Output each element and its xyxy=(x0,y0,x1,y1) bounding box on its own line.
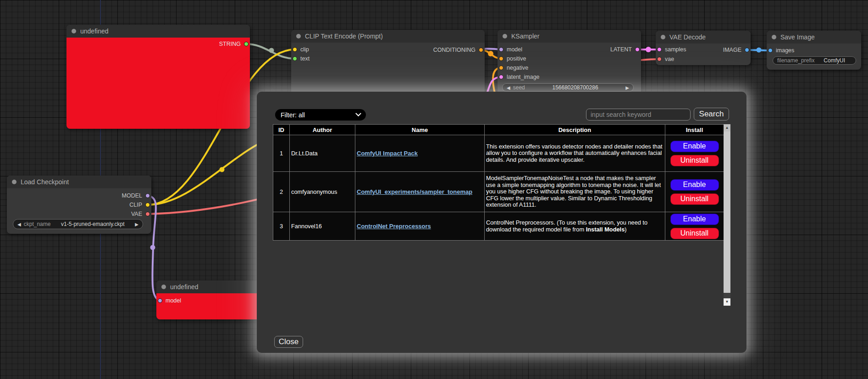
node-title-text: CLIP Text Encode (Prompt) xyxy=(305,33,383,40)
scroll-down-arrow-icon[interactable]: ▼ xyxy=(724,298,730,306)
image-output-port[interactable] xyxy=(745,48,749,52)
extension-link[interactable]: ControlNet Preprocessors xyxy=(357,223,431,230)
node-title-bar[interactable]: undefined xyxy=(66,25,250,38)
output-slot-model: MODEL xyxy=(122,191,150,200)
output-slot-latent: LATENT xyxy=(610,45,640,54)
extension-table-container: ID Author Name Description Install 1 Dr.… xyxy=(273,124,730,306)
node-title-bar[interactable]: KSampler xyxy=(498,30,641,43)
widget-value: v1-5-pruned-emaonly.ckpt xyxy=(53,221,132,227)
decrement-arrow-icon[interactable]: ◀ xyxy=(507,85,510,90)
positive-input-port[interactable] xyxy=(499,56,503,61)
clip-input-port[interactable] xyxy=(293,47,297,52)
widget-label: ckpt_name xyxy=(24,221,51,227)
scroll-up-arrow-icon[interactable]: ▲ xyxy=(724,124,730,132)
node-title-bar[interactable]: Save Image xyxy=(767,31,861,44)
uninstall-button[interactable]: Uninstall xyxy=(670,228,719,239)
header-id: ID xyxy=(273,125,290,135)
chevron-down-icon xyxy=(355,110,361,116)
node-save-image[interactable]: Save Image images filename_prefix ComfyU… xyxy=(767,31,861,70)
seed-widget[interactable]: ◀ seed 156680208700286 ▶ xyxy=(502,83,634,92)
model-output-port[interactable] xyxy=(145,193,150,198)
filter-select[interactable]: Filter: all xyxy=(275,109,366,121)
latent-image-input-port[interactable] xyxy=(499,75,503,79)
table-row: 1 Dr.Lt.Data ComfyUI Impact Pack This ex… xyxy=(273,135,724,172)
node-collapse-dot-icon[interactable] xyxy=(161,285,166,289)
cell-description: This extension offers various detector n… xyxy=(485,135,665,172)
negative-input-port[interactable] xyxy=(499,66,503,70)
extension-link[interactable]: ComfyUI Impact Pack xyxy=(357,150,418,157)
cell-description: ModelSamplerTonemapNoiseTest a node that… xyxy=(485,172,665,212)
node-title-bar[interactable]: CLIP Text Encode (Prompt) xyxy=(291,30,485,43)
link-midpoint-dot[interactable] xyxy=(488,51,493,56)
search-input[interactable] xyxy=(586,109,691,121)
node-title-text: undefined xyxy=(170,283,199,291)
node-collapse-dot-icon[interactable] xyxy=(296,34,301,38)
node-load-checkpoint[interactable]: Load Checkpoint MODEL CLIP VAE ◀ ckpt_na… xyxy=(7,176,151,234)
filename-prefix-widget[interactable]: filename_prefix ComfyUI xyxy=(773,56,856,65)
extension-link[interactable]: ComfyUI_experiments/sampler_tonemap xyxy=(357,188,472,195)
extension-table: ID Author Name Description Install 1 Dr.… xyxy=(273,124,724,241)
uninstall-button[interactable]: Uninstall xyxy=(670,193,719,205)
node-title-text: Load Checkpoint xyxy=(21,178,69,186)
text-input-port[interactable] xyxy=(293,56,297,61)
uninstall-button[interactable]: Uninstall xyxy=(670,155,719,166)
search-button[interactable]: Search xyxy=(694,108,729,121)
samples-input-port[interactable] xyxy=(657,47,662,52)
vae-output-port[interactable] xyxy=(145,212,150,216)
link-midpoint-dot[interactable] xyxy=(757,48,762,53)
node-body xyxy=(66,38,250,129)
enable-button[interactable]: Enable xyxy=(670,141,719,152)
custom-nodes-manager-dialog: Filter: all Search ID Author Name Descri… xyxy=(257,92,746,353)
link-midpoint-dot[interactable] xyxy=(269,48,274,53)
input-slot-latent-image: latent_image xyxy=(499,72,540,82)
node-collapse-dot-icon[interactable] xyxy=(12,180,17,184)
node-vae-decode[interactable]: VAE Decode samples vae IMAGE xyxy=(656,31,751,65)
link-midpoint-dot[interactable] xyxy=(646,47,651,52)
increment-arrow-icon[interactable]: ▶ xyxy=(135,222,138,227)
string-output-port[interactable] xyxy=(244,42,249,46)
link-midpoint-dot[interactable] xyxy=(150,245,155,250)
enable-button[interactable]: Enable xyxy=(670,214,719,225)
input-slot-model: model xyxy=(499,45,522,54)
node-undefined-top[interactable]: undefined STRING xyxy=(66,25,250,129)
conditioning-output-port[interactable] xyxy=(479,48,483,52)
increment-arrow-icon[interactable]: ▶ xyxy=(625,85,629,90)
vae-input-port[interactable] xyxy=(657,57,662,61)
enable-button[interactable]: Enable xyxy=(670,179,719,191)
output-slot-conditioning: CONDITIONING xyxy=(433,45,483,55)
table-scrollbar[interactable]: ▲ ▼ xyxy=(724,124,730,306)
node-ksampler[interactable]: KSampler model positive negative latent_… xyxy=(498,30,641,97)
node-title-bar[interactable]: VAE Decode xyxy=(656,31,751,44)
link-midpoint-dot[interactable] xyxy=(220,167,225,172)
latent-output-port[interactable] xyxy=(635,47,640,52)
node-title-text: undefined xyxy=(80,27,109,35)
node-collapse-dot-icon[interactable] xyxy=(503,34,507,38)
widget-value: ComfyUI xyxy=(817,57,851,64)
node-collapse-dot-icon[interactable] xyxy=(772,35,776,39)
cell-author: Dr.Lt.Data xyxy=(290,135,355,172)
cell-install: Enable Uninstall xyxy=(665,135,724,172)
input-slot-samples: samples xyxy=(657,45,686,54)
widget-label: filename_prefix xyxy=(777,57,814,64)
cell-author: comfyanonymous xyxy=(290,172,355,212)
model-input-port[interactable] xyxy=(499,47,503,52)
header-name: Name xyxy=(355,125,485,135)
table-header-row: ID Author Name Description Install xyxy=(273,125,724,135)
images-input-port[interactable] xyxy=(768,48,773,53)
node-collapse-dot-icon[interactable] xyxy=(661,35,665,39)
model-input-port[interactable] xyxy=(158,298,162,303)
scrollbar-thumb[interactable] xyxy=(724,132,730,293)
header-install: Install xyxy=(665,125,724,135)
node-collapse-dot-icon[interactable] xyxy=(72,29,76,33)
output-slot-vae: VAE xyxy=(131,209,150,219)
input-slot-clip: clip xyxy=(293,45,309,54)
ckpt-name-widget[interactable]: ◀ ckpt_name v1-5-pruned-emaonly.ckpt ▶ xyxy=(13,219,143,229)
close-button[interactable]: Close xyxy=(274,336,303,348)
input-slot-images: images xyxy=(768,46,794,55)
node-title-bar[interactable]: Load Checkpoint xyxy=(7,176,151,188)
clip-output-port[interactable] xyxy=(145,203,150,207)
output-slot-string: STRING xyxy=(219,39,249,49)
table-row: 3 Fannovel16 ControlNet Preprocessors Co… xyxy=(273,212,724,241)
decrement-arrow-icon[interactable]: ◀ xyxy=(17,222,21,227)
node-clip-text-encode[interactable]: CLIP Text Encode (Prompt) clip text COND… xyxy=(291,30,485,97)
